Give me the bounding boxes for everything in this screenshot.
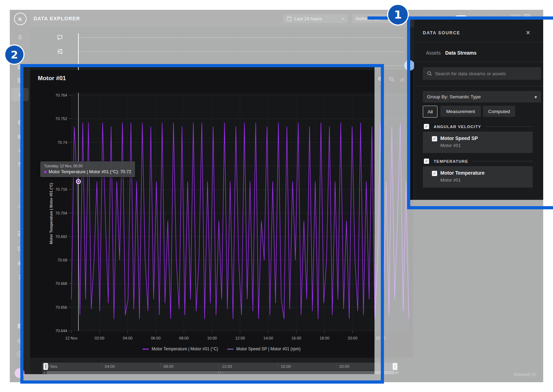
highlight-region-1	[407, 16, 553, 209]
comment-track	[78, 37, 403, 38]
brand-logo: K	[14, 13, 27, 25]
sidebar-apps-grid-icon[interactable]: ⠿	[10, 35, 30, 41]
step-badge-1: 1	[387, 4, 409, 26]
calendar-icon	[287, 16, 292, 21]
sliders-row-icon[interactable]	[57, 49, 63, 55]
range-handle-right[interactable]	[393, 363, 397, 370]
page-title: DATA EXPLORER	[34, 16, 80, 21]
sliders-track	[78, 51, 403, 52]
time-range-label: Last 24 hours	[294, 16, 322, 21]
scroll-right-icon[interactable]: ▸	[394, 371, 399, 374]
highlight-region-2	[20, 64, 384, 384]
time-range-button[interactable]: Last 24 hours ▾	[284, 14, 347, 23]
step-badge-2: 2	[4, 44, 24, 65]
chevron-down-icon: ▾	[342, 17, 344, 21]
selected-count: Selected (2)	[483, 372, 536, 377]
comment-row-icon[interactable]	[57, 35, 63, 41]
